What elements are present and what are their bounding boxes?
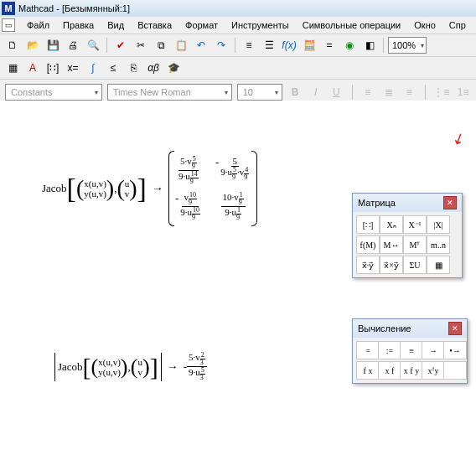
app-icon: M: [2, 2, 15, 15]
column-icon[interactable]: M↔: [380, 235, 403, 254]
calculator-palette-icon[interactable]: ▦: [3, 59, 22, 77]
menu-edit[interactable]: Правка: [56, 18, 101, 32]
separator: [106, 38, 107, 53]
unit-icon[interactable]: 🧮: [300, 36, 318, 54]
save-icon[interactable]: 💾: [44, 36, 62, 54]
dot-product-icon[interactable]: x⃗·y⃗: [356, 256, 380, 274]
sym-keyword-icon[interactable]: •→: [443, 341, 467, 359]
size-combo[interactable]: 10: [237, 84, 282, 101]
palette-title: Вычисление: [358, 323, 411, 333]
copy-icon[interactable]: ⧉: [152, 36, 170, 54]
zoom-combo[interactable]: 100%: [388, 37, 427, 54]
bold-button[interactable]: B: [287, 84, 303, 101]
symbolic-palette-icon[interactable]: 🎓: [164, 59, 183, 77]
align-center-icon[interactable]: ≣: [380, 84, 396, 101]
menu-view[interactable]: Вид: [101, 18, 131, 32]
calc-icon[interactable]: =: [320, 36, 339, 54]
determinant-icon[interactable]: |X|: [427, 215, 450, 234]
close-icon[interactable]: ✕: [443, 196, 457, 209]
graph-palette-icon[interactable]: A: [23, 59, 42, 77]
cell-11: 5·v59 9·u149: [175, 156, 202, 185]
separator: [425, 85, 426, 100]
range-icon[interactable]: m..n: [427, 235, 450, 254]
print-icon[interactable]: 🖨: [64, 36, 82, 54]
numbering-icon[interactable]: 1≡: [455, 84, 471, 101]
greek-palette-icon[interactable]: αβ: [144, 59, 163, 77]
align2-icon[interactable]: ☰: [260, 36, 278, 54]
link-icon[interactable]: ◉: [340, 36, 359, 54]
blank-icon[interactable]: [443, 361, 467, 380]
cell-21: - v109 9·u109: [175, 192, 202, 221]
fx-icon[interactable]: f(x): [280, 36, 298, 54]
determinant-bars: Jacob [ ( x(u,v) y(u,v) ) , ( u v ) ]: [54, 353, 162, 381]
jacob-arg1: x(u,v) y(u,v): [84, 178, 106, 199]
jacob-label: Jacob: [42, 182, 67, 195]
result-matrix: 5·v59 9·u149 - 5 9·u59 ·v49: [168, 151, 257, 226]
align-right-icon[interactable]: ≡: [401, 84, 417, 101]
vectorize-icon[interactable]: f(M): [356, 235, 380, 254]
palette-title: Матрица: [358, 198, 396, 208]
infix-icon[interactable]: x f y: [400, 361, 423, 380]
picture-icon[interactable]: ▦: [427, 256, 450, 274]
paste-icon[interactable]: 📋: [172, 36, 190, 54]
separator: [235, 38, 235, 53]
assign-icon[interactable]: :=: [378, 341, 401, 359]
menu-tools[interactable]: Инструменты: [225, 18, 296, 32]
transpose-icon[interactable]: Mᵀ: [403, 235, 427, 254]
palette-titlebar[interactable]: Матрица ✕: [353, 194, 462, 212]
matrix-insert-icon[interactable]: [∷]: [356, 215, 380, 234]
font-combo[interactable]: Times New Roman: [107, 84, 232, 101]
subscript-icon[interactable]: Xₙ: [380, 215, 403, 234]
component-icon[interactable]: ◧: [360, 36, 379, 54]
cell-22: 10·v19 9·u19: [215, 192, 251, 221]
style-combo[interactable]: Constants: [5, 84, 102, 101]
cut-icon[interactable]: ✂: [132, 36, 150, 54]
align-icon[interactable]: ≡: [240, 36, 258, 54]
close-icon[interactable]: ✕: [448, 322, 462, 335]
matrix-palette[interactable]: Матрица ✕ [∷] Xₙ X⁻¹ |X| f(M) M↔ Mᵀ m..n…: [352, 193, 463, 278]
underline-button[interactable]: U: [329, 84, 344, 101]
sum-icon[interactable]: ΣU: [403, 256, 427, 274]
menu-format[interactable]: Формат: [178, 18, 225, 32]
separator: [383, 38, 384, 53]
evaluation-palette[interactable]: Вычисление ✕ = := ≡ → •→ f x x f x f y x…: [352, 318, 468, 384]
inverse-icon[interactable]: X⁻¹: [403, 215, 427, 234]
menu-help[interactable]: Спр: [442, 18, 473, 32]
align-left-icon[interactable]: ≡: [360, 84, 376, 101]
undo-icon[interactable]: ↶: [192, 36, 210, 54]
tree-icon[interactable]: xᶠy: [422, 361, 445, 380]
determinant-region[interactable]: Jacob [ ( x(u,v) y(u,v) ) , ( u v ) ] → …: [54, 352, 207, 381]
sym-eval-icon[interactable]: →: [422, 341, 445, 359]
math-toolbar: ▦ A [∷] x= ∫ ≤ ⎘ αβ 🎓: [0, 57, 476, 80]
menu-window[interactable]: Окно: [407, 18, 442, 32]
equals-icon[interactable]: =: [356, 341, 380, 359]
menu-bar: ▭ Файл Правка Вид Вставка Формат Инструм…: [0, 17, 476, 34]
italic-button[interactable]: I: [308, 84, 323, 101]
menu-symbolic[interactable]: Символьные операции: [296, 18, 408, 32]
new-icon[interactable]: 🗋: [3, 36, 22, 54]
prefix-icon[interactable]: f x: [356, 361, 380, 380]
cross-product-icon[interactable]: x⃗×y⃗: [380, 256, 403, 274]
preview-icon[interactable]: 🔍: [84, 36, 102, 54]
postfix-icon[interactable]: x f: [378, 361, 401, 380]
open-icon[interactable]: 📂: [23, 36, 42, 54]
separator: [352, 85, 353, 100]
evaluation-palette-icon[interactable]: x=: [64, 59, 82, 77]
calculus-palette-icon[interactable]: ∫: [84, 59, 102, 77]
jacobian-region[interactable]: Jacob [ ( x(u,v) y(u,v) ) , ( u v ) ] → …: [42, 151, 257, 226]
programming-palette-icon[interactable]: ⎘: [124, 59, 142, 77]
standard-toolbar: 🗋 📂 💾 🖨 🔍 ✔ ✂ ⧉ 📋 ↶ ↷ ≡ ☰ f(x) 🧮 = ◉ ◧ 1…: [0, 34, 476, 57]
boolean-palette-icon[interactable]: ≤: [104, 59, 122, 77]
control-box-icon[interactable]: ▭: [2, 18, 15, 32]
matrix-palette-icon[interactable]: [∷]: [44, 59, 62, 77]
palette-titlebar[interactable]: Вычисление ✕: [353, 319, 467, 338]
redo-icon[interactable]: ↷: [212, 36, 230, 54]
det-result: 5·v23 9·u53: [187, 352, 207, 381]
menu-insert[interactable]: Вставка: [131, 18, 178, 32]
menu-file[interactable]: Файл: [20, 18, 56, 32]
symbolic-arrow-icon: →: [152, 182, 163, 195]
spell-icon[interactable]: ✔: [111, 36, 130, 54]
bullets-icon[interactable]: ⋮≡: [432, 84, 450, 101]
global-assign-icon[interactable]: ≡: [400, 341, 423, 359]
window-title: Mathcad - [Безымянный:1]: [18, 3, 130, 13]
